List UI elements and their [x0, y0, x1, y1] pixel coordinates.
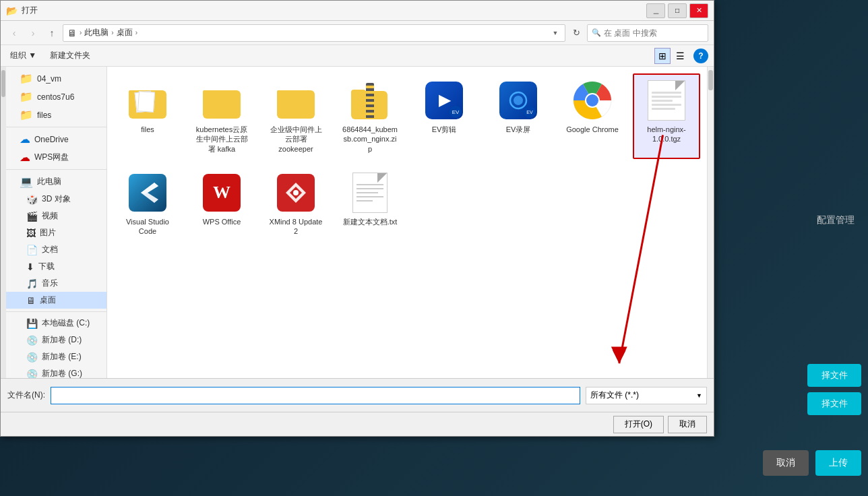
sidebar-label-onedrive: OneDrive — [34, 135, 69, 144]
maximize-btn[interactable]: □ — [668, 3, 687, 18]
sidebar-item-wps-cloud[interactable]: ☁ WPS网盘 — [6, 148, 106, 166]
desktop-icon: 🖥 — [26, 295, 36, 306]
sidebar-item-3d[interactable]: 🎲 3D 对象 — [6, 191, 106, 208]
k8s-icon-wrap — [200, 79, 243, 122]
sidebar-item-music[interactable]: 🎵 音乐 — [6, 275, 106, 292]
file-item-chrome[interactable]: Google Chrome — [559, 73, 626, 159]
new-folder-btn[interactable]: 新建文件夹 — [46, 48, 94, 64]
sidebar-label-docs: 文档 — [42, 244, 58, 255]
cloud-icon-wps: ☁ — [20, 151, 30, 164]
help-btn[interactable]: ? — [693, 49, 708, 63]
select-file-btn-1[interactable]: 择文件 — [807, 364, 861, 387]
sidebar-item-this-pc[interactable]: 💻 此电脑 — [6, 173, 106, 191]
bottom-cancel-btn[interactable]: 取消 — [763, 450, 809, 476]
list-view-btn[interactable]: ☰ — [672, 48, 688, 64]
dialog-title: 打开 — [22, 5, 38, 16]
close-btn[interactable]: ✕ — [689, 3, 708, 18]
search-input[interactable] — [604, 28, 685, 38]
dialog-action-bar: 打开(O) 取消 — [1, 412, 714, 436]
filename-label: 文件名(N): — [7, 390, 45, 401]
sidebar-item-onedrive[interactable]: ☁ OneDrive — [6, 130, 106, 148]
file-item-k8s[interactable]: kubernetes云原生中间件上云部署 kafka — [188, 73, 255, 159]
nav-toolbar: ‹ › ↑ 🖥 › 此电脑 › 桌面 › ▼ ↻ 🔍 — [1, 21, 714, 45]
sidebar-item-video[interactable]: 🎬 视频 — [6, 208, 106, 224]
file-item-helm-tgz[interactable]: helm-nginx-1.0.0.tgz — [633, 73, 700, 159]
open-button[interactable]: 打开(O) — [613, 416, 664, 433]
filetype-dropdown-icon: ▼ — [696, 392, 702, 399]
sidebar-label-wps-cloud: WPS网盘 — [34, 152, 69, 163]
file-item-xmind[interactable]: XMind 8 Update 2 — [262, 166, 330, 242]
sidebar-divider-2 — [6, 169, 106, 170]
wps-icon-wrap: W — [200, 171, 243, 214]
sidebar-item-files[interactable]: 📁 files — [6, 106, 106, 124]
sidebar-label-drive-e: 新加卷 (E:) — [42, 351, 82, 363]
title-bar: 📂 打开 ＿ □ ✕ — [1, 1, 714, 21]
file-grid-scrollbar[interactable] — [707, 67, 714, 378]
txt-icon-wrap — [348, 171, 392, 214]
sidebar-label-drive-d: 新加卷 (D:) — [42, 334, 82, 346]
sidebar-item-docs[interactable]: 📄 文档 — [6, 241, 106, 258]
select-file-btn-2[interactable]: 择文件 — [807, 392, 861, 415]
right-side-buttons: 择文件 择文件 — [807, 364, 861, 415]
filename-input[interactable] — [51, 387, 580, 404]
pictures-icon: 🖼 — [26, 228, 36, 239]
bottom-upload-btn[interactable]: 上传 — [815, 450, 861, 476]
minimize-btn[interactable]: ＿ — [646, 3, 665, 18]
sidebar-label-3d: 3D 对象 — [42, 193, 71, 205]
sidebar-label-this-pc: 此电脑 — [37, 176, 61, 187]
forward-btn[interactable]: › — [25, 25, 41, 41]
sep1: › — [80, 29, 82, 36]
address-desktop: 桌面 — [117, 27, 133, 38]
up-btn[interactable]: ↑ — [44, 25, 60, 41]
dialog-icon: 📂 — [6, 5, 18, 16]
computer-icon: 💻 — [20, 175, 33, 188]
sidebar: 📁 04_vm 📁 centos7u6 📁 files ☁ OneDrive ☁… — [6, 67, 107, 378]
file-row-2: Visual Studio Code W WPS Office — [114, 166, 700, 242]
folder-icon-04vm: 📁 — [20, 72, 33, 85]
file-item-vscode[interactable]: Visual Studio Code — [114, 166, 181, 242]
ev-record-icon-wrap: EV — [497, 79, 540, 122]
sidebar-item-04vm[interactable]: 📁 04_vm — [6, 69, 106, 88]
sidebar-item-downloads[interactable]: ⬇ 下载 — [6, 258, 106, 275]
filetype-label: 所有文件 (*.*) — [590, 390, 639, 401]
sidebar-item-desktop[interactable]: 🖥 桌面 — [6, 292, 106, 309]
sidebar-item-pictures[interactable]: 🖼 图片 — [6, 224, 106, 241]
sidebar-scrollbar[interactable] — [1, 67, 6, 378]
file-open-dialog: 📂 打开 ＿ □ ✕ ‹ › ↑ 🖥 › 此电脑 › 桌面 › ▼ ↻ 🔍 — [0, 0, 714, 437]
file-item-txt[interactable]: 新建文本文档.txt — [336, 166, 404, 242]
file-item-zip[interactable]: 6864844_kubemsb.com_nginx.zip — [336, 73, 404, 159]
sidebar-item-drive-e[interactable]: 💿 新加卷 (E:) — [6, 348, 106, 365]
file-row-1: files kubernetes云原生中间件上云部署 kafka — [114, 73, 700, 159]
sidebar-label-drive-c: 本地磁盘 (C:) — [42, 317, 90, 329]
sidebar-label-centos: centos7u6 — [37, 92, 74, 102]
downloads-icon: ⬇ — [26, 261, 34, 272]
address-bar[interactable]: 🖥 › 此电脑 › 桌面 › ▼ — [63, 24, 565, 42]
file-item-ev-edit[interactable]: ▶ EV EV剪辑 — [410, 73, 478, 159]
file-item-wps[interactable]: W WPS Office — [188, 166, 255, 242]
wps-label: WPS Office — [203, 217, 241, 226]
file-item-ev-record[interactable]: EV EV录屏 — [485, 73, 552, 159]
search-box[interactable]: 🔍 — [587, 24, 708, 42]
dialog-cancel-button[interactable]: 取消 — [668, 416, 707, 433]
view-buttons: ⊞ ☰ — [654, 48, 688, 64]
txt-label: 新建文本文档.txt — [343, 217, 398, 226]
address-dropdown-icon[interactable]: ▼ — [550, 28, 561, 38]
file-item-files[interactable]: files — [114, 73, 181, 159]
ev-edit-icon-wrap: ▶ EV — [423, 79, 466, 122]
sidebar-item-drive-c[interactable]: 💾 本地磁盘 (C:) — [6, 315, 106, 332]
sidebar-item-drive-g[interactable]: 💿 新加卷 (G:) — [6, 365, 106, 378]
vscode-icon-wrap — [126, 171, 169, 214]
bottom-right-buttons: 取消 上传 — [763, 450, 861, 476]
chrome-label: Google Chrome — [566, 125, 619, 134]
music-icon: 🎵 — [26, 278, 38, 289]
filetype-select[interactable]: 所有文件 (*.*) ▼ — [586, 387, 707, 404]
large-icon-view-btn[interactable]: ⊞ — [654, 48, 671, 64]
sidebar-item-centos[interactable]: 📁 centos7u6 — [6, 88, 106, 106]
refresh-btn[interactable]: ↻ — [568, 25, 584, 41]
ev-record-label: EV录屏 — [506, 125, 531, 134]
organize-btn[interactable]: 组织 ▼ — [6, 48, 40, 64]
sidebar-item-drive-d[interactable]: 💿 新加卷 (D:) — [6, 332, 106, 348]
back-btn[interactable]: ‹ — [6, 25, 22, 41]
bottom-bar: 文件名(N): 所有文件 (*.*) ▼ — [1, 378, 714, 412]
file-item-enterprise[interactable]: 企业级中间件上云部署 zookeeper — [262, 73, 330, 159]
